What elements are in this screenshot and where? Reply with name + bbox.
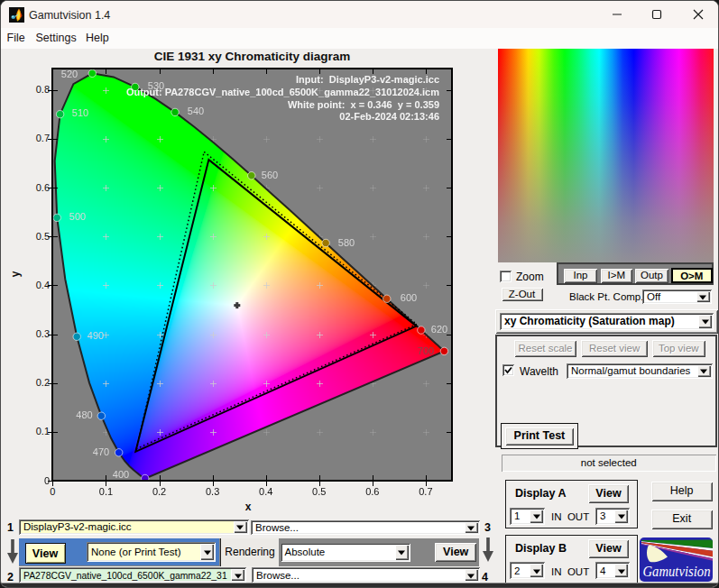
svg-text:Gamutvision: Gamutvision	[643, 563, 711, 580]
